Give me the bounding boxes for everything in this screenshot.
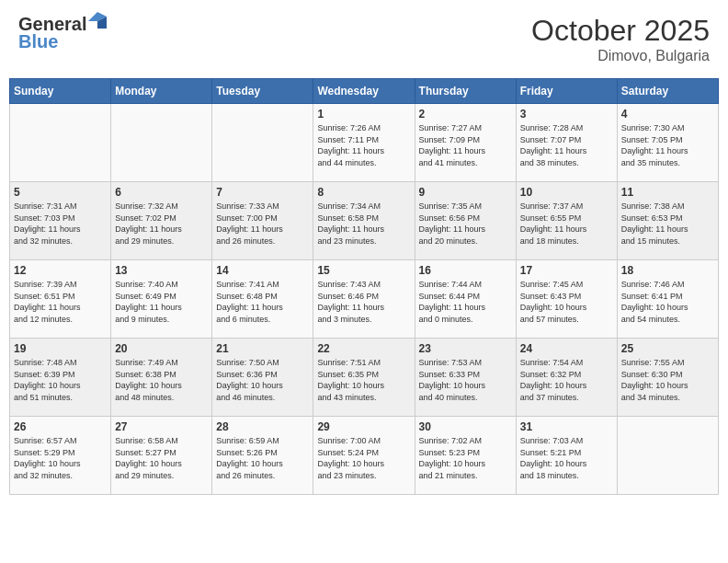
calendar-cell: 7Sunrise: 7:33 AM Sunset: 7:00 PM Daylig… — [212, 182, 313, 260]
day-number: 30 — [419, 420, 512, 433]
day-number: 9 — [419, 186, 512, 199]
day-info: Sunrise: 7:43 AM Sunset: 6:46 PM Dayligh… — [317, 279, 410, 325]
day-number: 19 — [14, 342, 107, 355]
day-info: Sunrise: 7:27 AM Sunset: 7:09 PM Dayligh… — [419, 122, 512, 168]
calendar-week-row: 26Sunrise: 6:57 AM Sunset: 5:29 PM Dayli… — [10, 417, 719, 495]
day-info: Sunrise: 7:50 AM Sunset: 6:36 PM Dayligh… — [216, 357, 309, 403]
day-info: Sunrise: 7:41 AM Sunset: 6:48 PM Dayligh… — [216, 279, 309, 325]
calendar-cell: 13Sunrise: 7:40 AM Sunset: 6:49 PM Dayli… — [111, 260, 212, 339]
calendar-cell: 17Sunrise: 7:45 AM Sunset: 6:43 PM Dayli… — [516, 260, 617, 339]
day-info: Sunrise: 7:30 AM Sunset: 7:05 PM Dayligh… — [621, 122, 714, 168]
weekday-header-monday: Monday — [111, 79, 212, 104]
logo: General Blue — [18, 14, 107, 52]
calendar-cell: 2Sunrise: 7:27 AM Sunset: 7:09 PM Daylig… — [415, 104, 516, 182]
weekday-header-wednesday: Wednesday — [313, 79, 415, 104]
day-info: Sunrise: 7:55 AM Sunset: 6:30 PM Dayligh… — [621, 357, 714, 403]
day-number: 4 — [621, 108, 714, 121]
month-title: October 2025 — [531, 14, 710, 48]
day-number: 31 — [520, 420, 613, 433]
weekday-header-saturday: Saturday — [617, 79, 718, 104]
day-info: Sunrise: 7:00 AM Sunset: 5:24 PM Dayligh… — [317, 435, 410, 481]
calendar-cell — [617, 417, 718, 495]
calendar-cell: 31Sunrise: 7:03 AM Sunset: 5:21 PM Dayli… — [516, 417, 617, 495]
day-number: 25 — [621, 342, 714, 355]
calendar-week-row: 19Sunrise: 7:48 AM Sunset: 6:39 PM Dayli… — [10, 339, 719, 417]
day-info: Sunrise: 6:58 AM Sunset: 5:27 PM Dayligh… — [115, 435, 208, 481]
day-number: 27 — [115, 420, 208, 433]
day-number: 10 — [520, 186, 613, 199]
calendar-cell: 5Sunrise: 7:31 AM Sunset: 7:03 PM Daylig… — [10, 182, 111, 260]
calendar-cell: 29Sunrise: 7:00 AM Sunset: 5:24 PM Dayli… — [313, 417, 415, 495]
day-number: 23 — [419, 342, 512, 355]
day-number: 29 — [317, 420, 410, 433]
day-number: 20 — [115, 342, 208, 355]
day-info: Sunrise: 6:59 AM Sunset: 5:26 PM Dayligh… — [216, 435, 309, 481]
day-number: 13 — [115, 264, 208, 277]
day-number: 2 — [419, 108, 512, 121]
calendar-cell: 18Sunrise: 7:46 AM Sunset: 6:41 PM Dayli… — [617, 260, 718, 339]
day-number: 22 — [317, 342, 410, 355]
calendar-cell — [212, 104, 313, 182]
day-number: 17 — [520, 264, 613, 277]
day-info: Sunrise: 7:37 AM Sunset: 6:55 PM Dayligh… — [520, 201, 613, 247]
location: Dimovo, Bulgaria — [531, 48, 710, 64]
day-info: Sunrise: 7:38 AM Sunset: 6:53 PM Dayligh… — [621, 201, 714, 247]
day-number: 5 — [14, 186, 107, 199]
calendar-cell: 16Sunrise: 7:44 AM Sunset: 6:44 PM Dayli… — [415, 260, 516, 339]
day-number: 14 — [216, 264, 309, 277]
weekday-header-sunday: Sunday — [10, 79, 111, 104]
calendar-cell: 23Sunrise: 7:53 AM Sunset: 6:33 PM Dayli… — [415, 339, 516, 417]
calendar-cell — [111, 104, 212, 182]
calendar-week-row: 12Sunrise: 7:39 AM Sunset: 6:51 PM Dayli… — [10, 260, 719, 339]
calendar-table: SundayMondayTuesdayWednesdayThursdayFrid… — [9, 78, 719, 495]
day-info: Sunrise: 7:51 AM Sunset: 6:35 PM Dayligh… — [317, 357, 410, 403]
day-info: Sunrise: 6:57 AM Sunset: 5:29 PM Dayligh… — [14, 435, 107, 481]
day-info: Sunrise: 7:33 AM Sunset: 7:00 PM Dayligh… — [216, 201, 309, 247]
day-number: 21 — [216, 342, 309, 355]
calendar-cell: 10Sunrise: 7:37 AM Sunset: 6:55 PM Dayli… — [516, 182, 617, 260]
calendar-cell: 21Sunrise: 7:50 AM Sunset: 6:36 PM Dayli… — [212, 339, 313, 417]
day-info: Sunrise: 7:03 AM Sunset: 5:21 PM Dayligh… — [520, 435, 613, 481]
day-info: Sunrise: 7:46 AM Sunset: 6:41 PM Dayligh… — [621, 279, 714, 325]
page-header: General Blue October 2025 Dimovo, Bulgar… — [9, 9, 719, 69]
calendar-cell: 19Sunrise: 7:48 AM Sunset: 6:39 PM Dayli… — [10, 339, 111, 417]
day-number: 16 — [419, 264, 512, 277]
calendar-cell: 4Sunrise: 7:30 AM Sunset: 7:05 PM Daylig… — [617, 104, 718, 182]
day-number: 1 — [317, 108, 410, 121]
logo-icon — [88, 12, 107, 30]
calendar-cell: 28Sunrise: 6:59 AM Sunset: 5:26 PM Dayli… — [212, 417, 313, 495]
weekday-header-tuesday: Tuesday — [212, 79, 313, 104]
weekday-header-friday: Friday — [516, 79, 617, 104]
calendar-cell: 27Sunrise: 6:58 AM Sunset: 5:27 PM Dayli… — [111, 417, 212, 495]
calendar-cell: 9Sunrise: 7:35 AM Sunset: 6:56 PM Daylig… — [415, 182, 516, 260]
day-info: Sunrise: 7:32 AM Sunset: 7:02 PM Dayligh… — [115, 201, 208, 247]
day-info: Sunrise: 7:02 AM Sunset: 5:23 PM Dayligh… — [419, 435, 512, 481]
calendar-cell: 24Sunrise: 7:54 AM Sunset: 6:32 PM Dayli… — [516, 339, 617, 417]
calendar-cell: 22Sunrise: 7:51 AM Sunset: 6:35 PM Dayli… — [313, 339, 415, 417]
day-number: 24 — [520, 342, 613, 355]
day-info: Sunrise: 7:45 AM Sunset: 6:43 PM Dayligh… — [520, 279, 613, 325]
calendar-cell: 8Sunrise: 7:34 AM Sunset: 6:58 PM Daylig… — [313, 182, 415, 260]
calendar-week-row: 5Sunrise: 7:31 AM Sunset: 7:03 PM Daylig… — [10, 182, 719, 260]
day-info: Sunrise: 7:35 AM Sunset: 6:56 PM Dayligh… — [419, 201, 512, 247]
calendar-cell: 11Sunrise: 7:38 AM Sunset: 6:53 PM Dayli… — [617, 182, 718, 260]
day-info: Sunrise: 7:40 AM Sunset: 6:49 PM Dayligh… — [115, 279, 208, 325]
title-area: October 2025 Dimovo, Bulgaria — [531, 14, 710, 64]
day-number: 6 — [115, 186, 208, 199]
weekday-header-row: SundayMondayTuesdayWednesdayThursdayFrid… — [10, 79, 719, 104]
day-info: Sunrise: 7:54 AM Sunset: 6:32 PM Dayligh… — [520, 357, 613, 403]
calendar-cell: 20Sunrise: 7:49 AM Sunset: 6:38 PM Dayli… — [111, 339, 212, 417]
day-info: Sunrise: 7:53 AM Sunset: 6:33 PM Dayligh… — [419, 357, 512, 403]
calendar-cell: 6Sunrise: 7:32 AM Sunset: 7:02 PM Daylig… — [111, 182, 212, 260]
calendar-cell: 30Sunrise: 7:02 AM Sunset: 5:23 PM Dayli… — [415, 417, 516, 495]
day-info: Sunrise: 7:34 AM Sunset: 6:58 PM Dayligh… — [317, 201, 410, 247]
day-number: 12 — [14, 264, 107, 277]
calendar-cell: 3Sunrise: 7:28 AM Sunset: 7:07 PM Daylig… — [516, 104, 617, 182]
calendar-week-row: 1Sunrise: 7:26 AM Sunset: 7:11 PM Daylig… — [10, 104, 719, 182]
calendar-cell: 25Sunrise: 7:55 AM Sunset: 6:30 PM Dayli… — [617, 339, 718, 417]
day-number: 8 — [317, 186, 410, 199]
weekday-header-thursday: Thursday — [415, 79, 516, 104]
calendar-cell: 14Sunrise: 7:41 AM Sunset: 6:48 PM Dayli… — [212, 260, 313, 339]
day-number: 7 — [216, 186, 309, 199]
day-number: 11 — [621, 186, 714, 199]
